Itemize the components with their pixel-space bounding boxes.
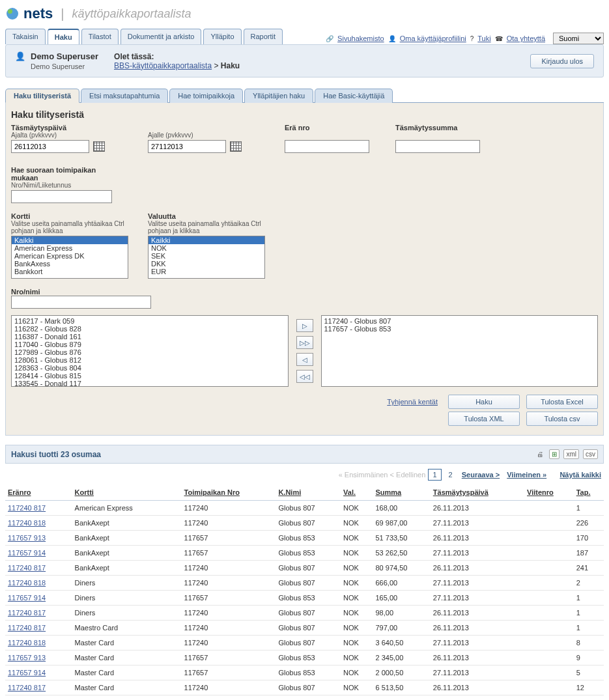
page-2[interactable]: 2 [445, 469, 457, 480]
cell-batch[interactable]: 117657 914 [5, 665, 72, 680]
cell-batch[interactable]: 117657 914 [5, 546, 72, 561]
subtab-basic[interactable]: Hae Basic-käyttäjiä [315, 89, 393, 103]
col-batch[interactable]: Eränro [5, 484, 72, 501]
nroname-input[interactable] [11, 296, 151, 309]
card-option[interactable]: BankAxess [12, 260, 128, 268]
profile-link[interactable]: Oma käyttäjäprofiilini [400, 35, 466, 42]
print-icon[interactable]: 🖨 [535, 450, 545, 458]
list-item[interactable]: 133545 - Donald 117 [13, 380, 287, 387]
list-item[interactable]: 116282 - Globus 828 [13, 325, 287, 333]
prev-page: < Edellinen [390, 471, 426, 479]
logout-button[interactable]: Kirjaudu ulos [530, 54, 594, 68]
col-kname[interactable]: K.Nimi [276, 484, 341, 501]
tab-back[interactable]: Takaisin [5, 29, 46, 44]
selected-list[interactable]: 117240 - Globus 807 117657 - Globus 853 [321, 315, 599, 387]
available-list[interactable]: 116217 - Mark 059 116282 - Globus 828 11… [11, 315, 289, 387]
breadcrumb-link[interactable]: BBS-käyttöpaikkaportaalista [114, 61, 212, 70]
card-option[interactable]: American Express [12, 244, 128, 252]
list-item[interactable]: 128414 - Globus 815 [13, 372, 287, 380]
currency-option[interactable]: DKK [149, 260, 264, 268]
list-item[interactable]: 116387 - Donald 161 [13, 333, 287, 341]
help-link[interactable]: Tuki [477, 35, 490, 42]
print-csv-button[interactable]: Tulosta csv [526, 412, 598, 426]
move-all-right-button[interactable]: ▷▷ [296, 336, 313, 349]
subtab-merchants[interactable]: Hae toimipaikkoja [169, 89, 243, 103]
cell-batch[interactable]: 117240 817 [5, 621, 72, 636]
tab-maintenance[interactable]: Ylläpito [203, 29, 241, 44]
cell-kname: Globus 807 [276, 561, 341, 576]
currency-select[interactable]: Kaikki NOK SEK DKK EUR [148, 236, 265, 279]
cell-date: 27.11.2013 [431, 546, 524, 561]
list-item[interactable]: 117040 - Globus 879 [13, 341, 287, 348]
show-all-link[interactable]: Näytä kaikki [559, 471, 601, 479]
clear-link[interactable]: Tyhjennä kentät [387, 398, 438, 406]
tab-search[interactable]: Haku [48, 29, 79, 44]
col-date[interactable]: Täsmäytyspäivä [431, 484, 524, 501]
cell-batch[interactable]: 117657 913 [5, 531, 72, 546]
currency-option[interactable]: Kaikki [149, 236, 264, 244]
xml-icon[interactable]: xml [563, 449, 579, 459]
card-select[interactable]: Kaikki American Express American Express… [11, 236, 128, 279]
csv-icon[interactable]: csv [583, 449, 598, 459]
from-date-input[interactable] [11, 140, 89, 153]
currency-option[interactable]: EUR [149, 268, 264, 275]
col-card[interactable]: Kortti [72, 484, 182, 501]
language-select[interactable]: Suomi [553, 33, 604, 44]
col-merchant[interactable]: Toimipaikan Nro [182, 484, 276, 501]
move-left-button[interactable]: ◁ [296, 353, 313, 366]
cell-batch[interactable]: 117240 817 [5, 501, 72, 516]
tab-stats[interactable]: Tilastot [81, 29, 119, 44]
to-date-input[interactable] [148, 140, 226, 153]
batch-input[interactable] [285, 140, 369, 153]
print-xml-button[interactable]: Tulosta XML [448, 412, 520, 426]
contact-link[interactable]: Ota yhteyttä [507, 35, 545, 42]
list-item[interactable]: 116217 - Mark 059 [13, 317, 287, 325]
excel-icon[interactable]: ⊞ [549, 449, 559, 459]
cell-batch[interactable]: 117657 914 [5, 591, 72, 606]
cell-ref [524, 576, 574, 591]
last-page[interactable]: Viimeinen » [507, 471, 546, 479]
col-val[interactable]: Val. [341, 484, 373, 501]
amount-input[interactable] [395, 140, 480, 153]
calendar-icon[interactable] [230, 141, 242, 152]
cell-batch[interactable]: 117240 817 [5, 695, 72, 701]
page-1[interactable]: 1 [428, 469, 441, 481]
list-item[interactable]: 128061 - Globus 812 [13, 356, 287, 364]
card-option[interactable]: Bankkort [12, 268, 128, 275]
direct-input[interactable] [11, 190, 112, 203]
list-item[interactable]: 127989 - Globus 876 [13, 348, 287, 356]
col-tap[interactable]: Tap. [574, 484, 604, 501]
card-option[interactable]: Kaikki [12, 236, 128, 244]
subtab-admins[interactable]: Ylläpitäjien haku [244, 89, 313, 103]
move-all-left-button[interactable]: ◁◁ [296, 370, 313, 383]
col-ref[interactable]: Viitenro [524, 484, 574, 501]
cell-batch[interactable]: 117240 817 [5, 606, 72, 621]
cell-ref [524, 561, 574, 576]
cell-batch[interactable]: 117240 818 [5, 636, 72, 651]
search-button[interactable]: Haku [448, 395, 520, 409]
cell-batch[interactable]: 117657 913 [5, 651, 72, 665]
main-tabs: Takaisin Haku Tilastot Dokumentit ja ark… [5, 29, 285, 44]
cell-batch[interactable]: 117240 817 [5, 561, 72, 576]
sitemap-link[interactable]: Sivuhakemisto [337, 35, 384, 42]
cell-batch[interactable]: 117240 818 [5, 516, 72, 531]
col-sum[interactable]: Summa [373, 484, 430, 501]
subtab-transactions[interactable]: Etsi maksutapahtumia [81, 89, 168, 103]
cell-card: Diners [72, 591, 182, 606]
move-right-button[interactable]: ▷ [296, 319, 313, 332]
brand-separator: | [61, 7, 64, 21]
print-excel-button[interactable]: Tulosta Excel [526, 395, 598, 409]
list-item[interactable]: 117657 - Globus 853 [323, 325, 597, 333]
tab-reports[interactable]: Raportit [244, 29, 283, 44]
list-item[interactable]: 128363 - Globus 804 [13, 364, 287, 372]
cell-batch[interactable]: 117240 817 [5, 680, 72, 695]
list-item[interactable]: 117240 - Globus 807 [323, 317, 597, 325]
cell-batch[interactable]: 117240 818 [5, 576, 72, 591]
tab-documents[interactable]: Dokumentit ja arkisto [120, 29, 202, 44]
subtab-settlements[interactable]: Haku tilityseristä [5, 89, 79, 103]
calendar-icon[interactable] [93, 141, 105, 152]
currency-option[interactable]: SEK [149, 252, 264, 260]
card-option[interactable]: American Express DK [12, 252, 128, 260]
currency-option[interactable]: NOK [149, 244, 264, 252]
next-page[interactable]: Seuraava > [462, 471, 500, 479]
